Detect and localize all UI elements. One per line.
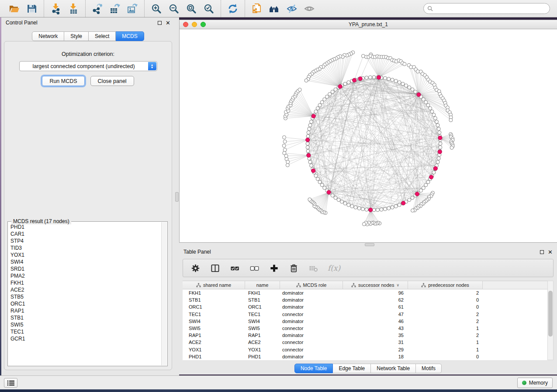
- add-column-button[interactable]: [269, 262, 279, 274]
- clone-network-button[interactable]: [248, 2, 266, 16]
- result-list-scrollbar[interactable]: [161, 222, 167, 365]
- table-cell: YOX1: [245, 347, 280, 352]
- apply-layout-button[interactable]: [224, 2, 242, 16]
- table-cell: connector: [280, 347, 343, 352]
- mcds-result-list[interactable]: PHD1CAR1STP4TID3YOX1SWI4SRD1PMA2FKH1ACE2…: [10, 224, 160, 365]
- table-row[interactable]: PHD1PHD1dominator180: [183, 353, 547, 360]
- memory-button-label: Memory: [529, 380, 548, 386]
- run-mcds-button[interactable]: Run MCDS: [42, 76, 84, 86]
- vertical-splitter-grip[interactable]: [175, 192, 179, 202]
- function-builder-button[interactable]: f(x): [328, 262, 340, 274]
- table-row[interactable]: FKH1FKH1dominator962: [183, 289, 547, 296]
- eye-icon: [304, 3, 315, 14]
- table-row[interactable]: SWI5SWI5connector431: [183, 325, 547, 332]
- show-columns-button[interactable]: [210, 262, 220, 274]
- column-header-predecessor-nodes[interactable]: predecessor nodes: [408, 281, 483, 289]
- table-row[interactable]: TEC1TEC1connector472: [183, 311, 547, 318]
- zoom-selected-button[interactable]: [200, 2, 218, 16]
- table-scrollbar[interactable]: [547, 281, 554, 360]
- close-panel-button[interactable]: Close panel: [90, 76, 134, 86]
- import-table-button[interactable]: [65, 2, 82, 16]
- table-tab-edge-table[interactable]: Edge Table: [333, 364, 371, 373]
- close-panel-icon[interactable]: ✕: [166, 21, 170, 25]
- table-tab-network-table[interactable]: Network Table: [371, 364, 416, 373]
- select-all-button[interactable]: [229, 262, 240, 274]
- tab-style[interactable]: Style: [64, 31, 89, 41]
- horizontal-splitter[interactable]: [179, 243, 557, 247]
- float-table-panel-icon[interactable]: [540, 250, 544, 254]
- mcds-result-item[interactable]: GCR1: [10, 335, 160, 342]
- mcds-result-item[interactable]: RAP1: [10, 307, 160, 314]
- table-row[interactable]: YOX1YOX1connector291: [183, 346, 547, 353]
- column-header-shared-name[interactable]: shared name: [183, 281, 245, 289]
- open-file-button[interactable]: [6, 2, 23, 16]
- table-tab-node-table[interactable]: Node Table: [294, 364, 333, 373]
- table-row[interactable]: ORC1ORC1dominator610: [183, 303, 547, 310]
- float-panel-icon[interactable]: [158, 21, 162, 25]
- task-history-button[interactable]: [4, 378, 17, 388]
- memory-button[interactable]: Memory: [517, 378, 553, 388]
- import-network-button[interactable]: [47, 2, 65, 16]
- deselect-all-button[interactable]: [249, 262, 259, 274]
- network-canvas[interactable]: [180, 29, 557, 242]
- table-cell: connector: [280, 312, 343, 317]
- table-row[interactable]: STB1STB1dominator620: [183, 296, 547, 303]
- table-cell: 35: [343, 333, 408, 338]
- mcds-result-item[interactable]: ACE2: [10, 286, 160, 293]
- mcds-result-item[interactable]: SRD1: [10, 265, 160, 272]
- hide-selected-button[interactable]: [283, 2, 301, 16]
- table-tab-motifs[interactable]: Motifs: [416, 364, 442, 373]
- main-toolbar: [0, 0, 557, 17]
- table-cell: dominator: [280, 297, 343, 303]
- mcds-result-item[interactable]: YOX1: [10, 251, 160, 258]
- mcds-result-item[interactable]: STB1: [10, 314, 160, 321]
- export-network-button[interactable]: [89, 2, 106, 16]
- close-table-panel-icon[interactable]: ✕: [548, 250, 553, 254]
- table-cell: ORC1: [245, 304, 280, 309]
- delete-column-button[interactable]: [288, 262, 299, 274]
- mcds-result-item[interactable]: FKH1: [10, 279, 160, 286]
- mcds-result-item[interactable]: PHD1: [10, 224, 160, 230]
- show-all-button[interactable]: [301, 2, 318, 16]
- tab-network[interactable]: Network: [32, 31, 64, 41]
- search-input[interactable]: [435, 6, 546, 12]
- column-header-name[interactable]: name: [245, 281, 280, 289]
- mcds-result-item[interactable]: CAR1: [10, 230, 160, 237]
- mcds-result-item[interactable]: SWI5: [10, 321, 160, 328]
- mcds-result-item[interactable]: SWI4: [10, 258, 160, 265]
- export-table-button[interactable]: [106, 2, 124, 16]
- zoom-in-button[interactable]: [148, 2, 165, 16]
- table-row[interactable]: ACE2ACE2connector311: [183, 339, 547, 346]
- vertical-splitter[interactable]: [175, 17, 179, 375]
- export-image-icon: [127, 3, 138, 14]
- column-header-successor-nodes[interactable]: successor nodes∨: [343, 281, 408, 289]
- export-image-button[interactable]: [124, 2, 141, 16]
- tab-select[interactable]: Select: [89, 31, 116, 41]
- save-session-button[interactable]: [23, 2, 41, 16]
- delete-table-button[interactable]: [308, 262, 318, 274]
- mcds-result-item[interactable]: STB5: [10, 293, 160, 300]
- table-cell: ORC1: [183, 304, 245, 309]
- tab-mcds[interactable]: MCDS: [116, 31, 144, 41]
- table-cell: PHD1: [245, 354, 280, 359]
- table-row[interactable]: SWI4SWI4dominator462: [183, 318, 547, 325]
- zoom-out-button[interactable]: [165, 2, 183, 16]
- mcds-result-item[interactable]: TEC1: [10, 328, 160, 335]
- column-header-MCDS-role[interactable]: MCDS role: [280, 281, 343, 289]
- horizontal-splitter-grip[interactable]: [365, 243, 374, 246]
- table-cell: 0: [408, 304, 483, 309]
- table-settings-button[interactable]: [190, 262, 201, 274]
- mcds-result-item[interactable]: TID3: [10, 244, 160, 251]
- mcds-result-item[interactable]: PMA2: [10, 272, 160, 279]
- checked-boxes-icon: [230, 264, 239, 273]
- first-neighbors-button[interactable]: [266, 2, 283, 16]
- table-panel: Table Panel ✕ f(x) shared namenameMCDS r…: [179, 247, 557, 375]
- table-row[interactable]: RAP1RAP1dominator352: [183, 332, 547, 339]
- optimization-criterion-select[interactable]: largest connected component (undirected)…: [19, 61, 157, 71]
- mcds-result-item[interactable]: STP4: [10, 237, 160, 244]
- table-scrollbar-thumb[interactable]: [548, 291, 553, 337]
- mcds-result-item[interactable]: ORC1: [10, 300, 160, 307]
- table-cell: dominator: [280, 319, 343, 324]
- table-cell: 2: [408, 290, 483, 296]
- zoom-fit-button[interactable]: [183, 2, 200, 16]
